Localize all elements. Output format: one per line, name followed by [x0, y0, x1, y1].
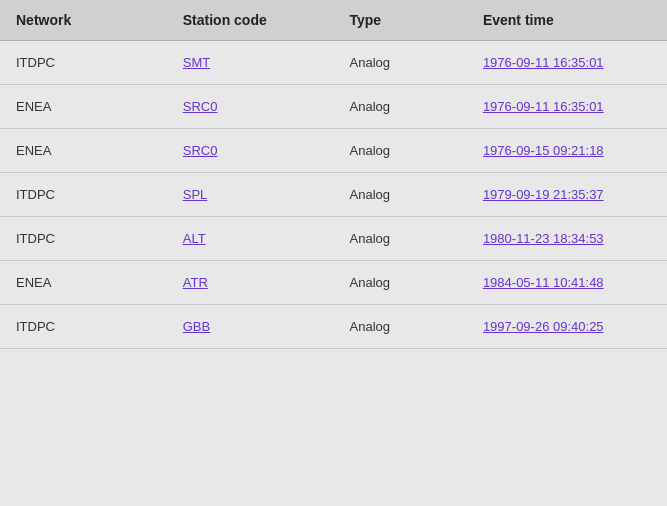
cell-type: Analog [334, 85, 467, 129]
table-row: ENEASRC0Analog1976-09-15 09:21:18 [0, 129, 667, 173]
header-type: Type [334, 0, 467, 41]
cell-network: ENEA [0, 129, 167, 173]
cell-station-code: SRC0 [167, 85, 334, 129]
table-row: ITDPCSMTAnalog1976-09-11 16:35:01 [0, 41, 667, 85]
table-row: ITDPCSPLAnalog1979-09-19 21:35:37 [0, 173, 667, 217]
table-row: ENEASRC0Analog1976-09-11 16:35:01 [0, 85, 667, 129]
station-code-link[interactable]: GBB [183, 319, 210, 334]
cell-event-time: 1997-09-26 09:40:25 [467, 305, 667, 349]
cell-network: ITDPC [0, 305, 167, 349]
station-code-link[interactable]: SRC0 [183, 99, 218, 114]
cell-event-time: 1979-09-19 21:35:37 [467, 173, 667, 217]
cell-event-time: 1984-05-11 10:41:48 [467, 261, 667, 305]
cell-type: Analog [334, 129, 467, 173]
event-time-link[interactable]: 1976-09-11 16:35:01 [483, 99, 604, 114]
cell-station-code: SMT [167, 41, 334, 85]
table-header-row: Network Station code Type Event time [0, 0, 667, 41]
cell-network: ITDPC [0, 41, 167, 85]
cell-network: ITDPC [0, 173, 167, 217]
station-code-link[interactable]: ATR [183, 275, 208, 290]
station-code-link[interactable]: SMT [183, 55, 210, 70]
header-station-code: Station code [167, 0, 334, 41]
cell-network: ENEA [0, 261, 167, 305]
event-time-link[interactable]: 1984-05-11 10:41:48 [483, 275, 604, 290]
station-code-link[interactable]: SPL [183, 187, 208, 202]
header-event-time: Event time [467, 0, 667, 41]
table-row: ITDPCGBBAnalog1997-09-26 09:40:25 [0, 305, 667, 349]
data-table: Network Station code Type Event time ITD… [0, 0, 667, 349]
cell-station-code: ALT [167, 217, 334, 261]
cell-type: Analog [334, 41, 467, 85]
header-network: Network [0, 0, 167, 41]
cell-network: ITDPC [0, 217, 167, 261]
cell-station-code: SRC0 [167, 129, 334, 173]
cell-event-time: 1976-09-15 09:21:18 [467, 129, 667, 173]
station-code-link[interactable]: SRC0 [183, 143, 218, 158]
cell-event-time: 1980-11-23 18:34:53 [467, 217, 667, 261]
cell-event-time: 1976-09-11 16:35:01 [467, 85, 667, 129]
table-row: ITDPCALTAnalog1980-11-23 18:34:53 [0, 217, 667, 261]
cell-type: Analog [334, 261, 467, 305]
cell-event-time: 1976-09-11 16:35:01 [467, 41, 667, 85]
event-time-link[interactable]: 1997-09-26 09:40:25 [483, 319, 604, 334]
table-row: ENEAATRAnalog1984-05-11 10:41:48 [0, 261, 667, 305]
event-time-link[interactable]: 1979-09-19 21:35:37 [483, 187, 604, 202]
cell-type: Analog [334, 305, 467, 349]
cell-type: Analog [334, 173, 467, 217]
station-code-link[interactable]: ALT [183, 231, 206, 246]
event-time-link[interactable]: 1980-11-23 18:34:53 [483, 231, 604, 246]
event-time-link[interactable]: 1976-09-11 16:35:01 [483, 55, 604, 70]
cell-network: ENEA [0, 85, 167, 129]
main-container: Network Station code Type Event time ITD… [0, 0, 667, 506]
cell-station-code: GBB [167, 305, 334, 349]
cell-station-code: SPL [167, 173, 334, 217]
cell-type: Analog [334, 217, 467, 261]
cell-station-code: ATR [167, 261, 334, 305]
event-time-link[interactable]: 1976-09-15 09:21:18 [483, 143, 604, 158]
